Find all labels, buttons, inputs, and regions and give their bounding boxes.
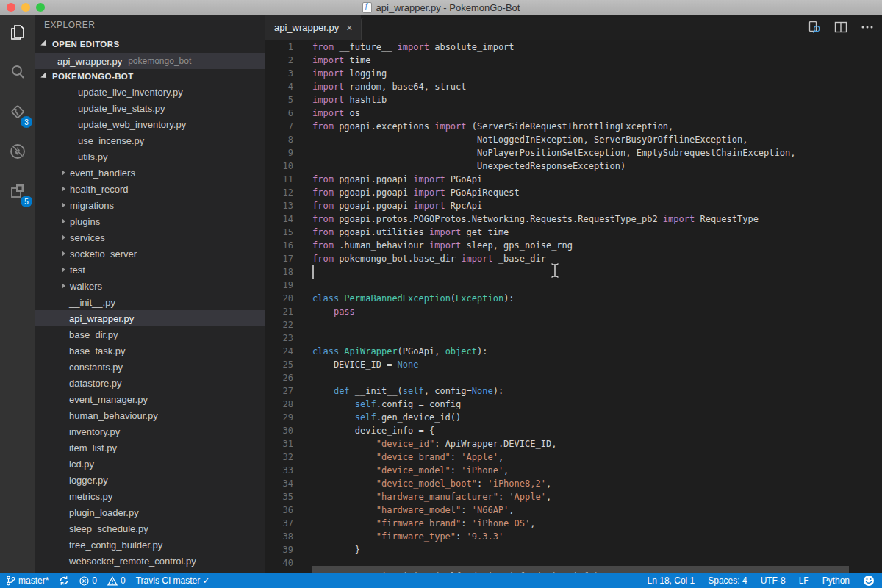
- tree-item-human-behaviour-py[interactable]: human_behaviour.py: [35, 407, 265, 423]
- status-item[interactable]: Python: [822, 576, 850, 586]
- code-line[interactable]: 26: [265, 371, 882, 384]
- code-line[interactable]: 28 self.config = config: [265, 398, 882, 411]
- more-actions-icon[interactable]: [860, 20, 875, 35]
- status-item[interactable]: Travis CI master ✓: [136, 576, 210, 586]
- code-line[interactable]: 12from pgoapi.pgoapi import PGoApiReques…: [265, 186, 882, 199]
- tree-item-base-task-py[interactable]: base_task.py: [35, 343, 265, 359]
- code-line[interactable]: 30 device_info = {: [265, 424, 882, 437]
- code-line[interactable]: 34 "device_model_boot": 'iPhone8,2',: [265, 477, 882, 490]
- status-item[interactable]: Ln 18, Col 1: [648, 576, 695, 586]
- status-item[interactable]: LF: [799, 576, 809, 586]
- code-line[interactable]: 19: [265, 279, 882, 292]
- status-item[interactable]: Spaces: 4: [708, 576, 747, 586]
- status-item-warning[interactable]: 0: [107, 576, 126, 586]
- code-line[interactable]: 21 pass: [265, 305, 882, 318]
- code-line[interactable]: 38 "firmware_type": '9.3.3': [265, 530, 882, 543]
- tree-item-base-dir-py[interactable]: base_dir.py: [35, 326, 265, 343]
- code-line[interactable]: 20class PermaBannedException(Exception):: [265, 292, 882, 305]
- code-line[interactable]: 39 }: [265, 543, 882, 556]
- status-item-error[interactable]: 0: [79, 576, 97, 586]
- code-line[interactable]: 7from pgoapi.exceptions import (ServerSi…: [265, 120, 882, 133]
- tree-item-plugin-loader-py[interactable]: plugin_loader.py: [35, 504, 265, 520]
- code-line[interactable]: 32 "device_brand": 'Apple',: [265, 451, 882, 464]
- tree-item-api-wrapper-py[interactable]: api_wrapper.py: [35, 310, 265, 326]
- tree-item-datastore-py[interactable]: datastore.py: [35, 375, 265, 391]
- status-item[interactable]: UTF-8: [761, 576, 786, 586]
- code-line[interactable]: 6import os: [265, 107, 882, 120]
- activity-debug[interactable]: [6, 141, 29, 165]
- code-line[interactable]: 25 DEVICE_ID = None: [265, 358, 882, 371]
- status-item-feedback-smiley[interactable]: [863, 575, 875, 587]
- line-number: 14: [265, 212, 300, 226]
- tree-item-walkers[interactable]: walkers: [35, 278, 265, 294]
- code-line[interactable]: 11from pgoapi.pgoapi import PGoApi: [265, 173, 882, 186]
- code-line[interactable]: 9 NoPlayerPositionSetException, EmptySub…: [265, 146, 882, 159]
- code-line[interactable]: 13from pgoapi.pgoapi import RpcApi: [265, 199, 882, 212]
- tree-item-health-record[interactable]: health_record: [35, 181, 265, 197]
- activity-explorer[interactable]: [6, 22, 29, 46]
- tree-item-services[interactable]: services: [35, 229, 265, 245]
- code-line[interactable]: 24class ApiWrapper(PGoApi, object):: [265, 345, 882, 358]
- code-line[interactable]: 18: [265, 265, 882, 279]
- tree-item-sleep-schedule-py[interactable]: sleep_schedule.py: [35, 520, 265, 537]
- code-line[interactable]: 8 NotLoggedInException, ServerBusyOrOffl…: [265, 133, 882, 146]
- tree-item-event-manager-py[interactable]: event_manager.py: [35, 391, 265, 407]
- code-line[interactable]: 3import logging: [265, 67, 882, 80]
- activity-extensions[interactable]: 5: [6, 181, 29, 204]
- horizontal-scrollbar[interactable]: [312, 566, 849, 573]
- code-line[interactable]: 15from pgoapi.utilities import get_time: [265, 226, 882, 239]
- code-line[interactable]: 2import time: [265, 54, 882, 67]
- tree-item-update-live-inventory-py[interactable]: update_live_inventory.py: [35, 84, 265, 100]
- tree-item-socketio-server[interactable]: socketio_server: [35, 245, 265, 262]
- tree-item-plugins[interactable]: plugins: [35, 213, 265, 229]
- tree-item-lcd-py[interactable]: lcd.py: [35, 456, 265, 472]
- code-line[interactable]: 35 "hardware_manufacturer": 'Apple',: [265, 490, 882, 503]
- code-line[interactable]: 10 UnexpectedResponseException): [265, 159, 882, 173]
- project-header[interactable]: POKEMONGO-BOT: [35, 69, 265, 84]
- code-line[interactable]: 29 self.gen_device_id(): [265, 411, 882, 424]
- tree-item-test[interactable]: test: [35, 262, 265, 278]
- code-line[interactable]: 37 "firmware_brand": 'iPhone OS',: [265, 517, 882, 530]
- tree-item-tree-config-builder-py[interactable]: tree_config_builder.py: [35, 537, 265, 553]
- tree-item-item-list-py[interactable]: item_list.py: [35, 440, 265, 456]
- code-line[interactable]: 16from .human_behaviour import sleep, gp…: [265, 239, 882, 252]
- code-line[interactable]: 31 "device_id": ApiWrapper.DEVICE_ID,: [265, 437, 882, 451]
- code-line[interactable]: 1from __future__ import absolute_import: [265, 40, 882, 54]
- code-line[interactable]: 23: [265, 331, 882, 345]
- tree-item-constants-py[interactable]: constants.py: [35, 359, 265, 375]
- title-bar[interactable]: api_wrapper.py - PokemonGo-Bot: [0, 0, 882, 15]
- status-item-git-branch[interactable]: master*: [6, 576, 49, 586]
- activity-search[interactable]: [6, 62, 29, 85]
- open-editors-header[interactable]: OPEN EDITORS: [35, 35, 265, 53]
- tree-item-websocket-remote-control-py[interactable]: websocket_remote_control.py: [35, 553, 265, 569]
- open-preview-icon[interactable]: [807, 20, 822, 35]
- code-line[interactable]: 5import hashlib: [265, 93, 882, 107]
- minimize-button[interactable]: [21, 3, 30, 12]
- tree-item-logger-py[interactable]: logger.py: [35, 472, 265, 488]
- tree-item-update-live-stats-py[interactable]: update_live_stats.py: [35, 100, 265, 116]
- tree-item-utils-py[interactable]: utils.py: [35, 148, 265, 165]
- close-button[interactable]: [7, 3, 15, 12]
- code-area[interactable]: 1from __future__ import absolute_import2…: [265, 40, 882, 573]
- tab-api-wrapper[interactable]: api_wrapper.py ×: [265, 15, 361, 40]
- split-editor-icon[interactable]: [833, 20, 848, 35]
- code-line[interactable]: 27 def __init__(self, config=None):: [265, 384, 882, 398]
- tree-item-event-handlers[interactable]: event_handlers: [35, 165, 265, 181]
- activity-source-control[interactable]: 3: [6, 101, 29, 125]
- tree-item-metrics-py[interactable]: metrics.py: [35, 488, 265, 504]
- tree-item--init-py[interactable]: __init__.py: [35, 294, 265, 310]
- open-editor-item[interactable]: api_wrapper.py pokemongo_bot: [35, 53, 265, 69]
- tree-item-use-incense-py[interactable]: use_incense.py: [35, 132, 265, 148]
- tab-close-icon[interactable]: ×: [346, 23, 352, 33]
- code-line[interactable]: 4import random, base64, struct: [265, 80, 882, 93]
- status-item-sync[interactable]: [59, 576, 69, 586]
- tree-item-migrations[interactable]: migrations: [35, 197, 265, 213]
- code-line[interactable]: 14from pgoapi.protos.POGOProtos.Networki…: [265, 212, 882, 226]
- code-line[interactable]: 36 "hardware_model": 'N66AP',: [265, 503, 882, 517]
- code-line[interactable]: 22: [265, 318, 882, 331]
- tree-item-inventory-py[interactable]: inventory.py: [35, 423, 265, 440]
- code-line[interactable]: 33 "device_model": 'iPhone',: [265, 464, 882, 477]
- code-line[interactable]: 17from pokemongo_bot.base_dir import _ba…: [265, 252, 882, 265]
- zoom-button[interactable]: [36, 3, 45, 12]
- tree-item-update-web-inventory-py[interactable]: update_web_inventory.py: [35, 116, 265, 132]
